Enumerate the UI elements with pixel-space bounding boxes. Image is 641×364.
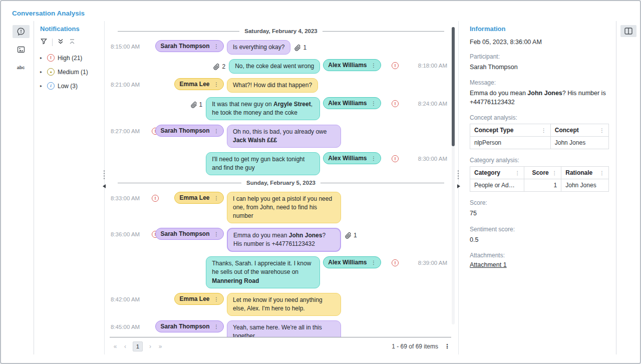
message-bubble[interactable]: Thanks, Sarah. I appreciate it. I know h… xyxy=(206,256,320,288)
filter-icon[interactable] xyxy=(40,38,48,47)
attachment-count: 2 xyxy=(222,63,225,70)
participant-pill[interactable]: Sarah Thompson ⋮ xyxy=(155,125,224,137)
expander-icon[interactable]: ▸ xyxy=(40,70,44,74)
overflow-menu-icon[interactable]: ⋮ xyxy=(214,81,219,87)
collapse-left-icon[interactable] xyxy=(103,184,106,188)
attachment-indicator[interactable]: 2 xyxy=(213,63,225,70)
notification-group-high[interactable]: ▸!High (21) xyxy=(40,54,99,62)
message-bubble[interactable]: It was that new guy on Argyle Street, he… xyxy=(206,97,320,120)
overflow-menu-icon[interactable]: ⋮ xyxy=(214,296,219,302)
column-menu-icon[interactable]: ⋮ xyxy=(599,170,605,176)
attachment-indicator[interactable]: 1 xyxy=(345,232,357,239)
overflow-menu-icon[interactable]: ⋮ xyxy=(371,155,377,161)
participant-pill[interactable]: Alex Williams ⋮ xyxy=(323,97,381,109)
attachment-indicator[interactable]: 1 xyxy=(191,101,203,108)
current-page-button[interactable]: 1 xyxy=(133,341,143,351)
first-page-button[interactable]: « xyxy=(113,343,118,350)
participant-name: Emma Lee xyxy=(179,295,209,302)
column-header-label: Rationale xyxy=(565,169,592,176)
text-tool-button[interactable]: abc xyxy=(13,61,30,74)
previous-page-button[interactable]: ‹ xyxy=(123,343,128,350)
overflow-menu-icon[interactable]: ⋮ xyxy=(214,128,219,134)
column-menu-icon[interactable]: ⋮ xyxy=(515,170,520,176)
collapse-all-icon[interactable] xyxy=(57,38,64,47)
message-timestamp: 8:39:00 AM xyxy=(409,260,448,266)
overflow-menu-icon[interactable]: ⋮ xyxy=(214,323,219,329)
expander-icon[interactable]: ▸ xyxy=(40,56,44,60)
participant-pill[interactable]: Sarah Thompson ⋮ xyxy=(155,40,224,52)
column-header[interactable]: Concept Type⋮ xyxy=(470,124,551,137)
expand-all-icon[interactable] xyxy=(69,38,76,47)
message-bubble[interactable]: No, the coke deal went wrong xyxy=(229,59,320,74)
alert-slot: ! xyxy=(148,195,163,202)
column-header[interactable]: Category⋮ xyxy=(470,167,524,179)
notifications-toolbar xyxy=(40,38,99,47)
category-analysis-label: Category analysis: xyxy=(470,157,609,164)
message-bubble[interactable]: What?! How did that happen? xyxy=(227,78,318,93)
message-timestamp: 8:18:00 AM xyxy=(409,63,448,69)
notification-group-label: Low (3) xyxy=(58,83,78,90)
notifications-tool-button[interactable] xyxy=(13,25,30,38)
attachment-indicator[interactable]: 1 xyxy=(294,44,306,51)
participant-pill[interactable]: Alex Williams ⋮ xyxy=(323,59,381,71)
high-priority-icon: ! xyxy=(392,155,399,162)
message-label: Message: xyxy=(470,79,609,86)
column-header[interactable]: Score⋮ xyxy=(524,167,561,179)
message-timestamp: 8:30:00 AM xyxy=(409,156,448,162)
information-panel-toggle-button[interactable] xyxy=(620,25,636,37)
message-bubble[interactable]: I'll need to get my gun back tonight and… xyxy=(206,152,320,175)
collapse-right-icon[interactable] xyxy=(457,184,460,188)
expander-icon[interactable]: ▸ xyxy=(40,84,44,88)
left-splitter[interactable] xyxy=(102,21,107,354)
overflow-menu-icon[interactable]: ⋮ xyxy=(214,43,219,49)
last-page-button[interactable]: » xyxy=(158,343,163,350)
table-row[interactable]: People or Ad…1John Jones xyxy=(470,179,609,192)
message-bubble[interactable]: Oh no, this is bad, you already owe Jack… xyxy=(227,125,341,148)
participant-name: Sarah Thompson xyxy=(160,230,209,237)
message-bubble[interactable]: Let me know if you need anything else, A… xyxy=(227,293,341,316)
splitter-grip-icon[interactable] xyxy=(104,170,105,179)
media-tool-button[interactable] xyxy=(13,43,30,56)
message-timestamp: 8:27:00 AM xyxy=(111,128,148,134)
overflow-menu-icon[interactable]: ⋮ xyxy=(371,100,377,106)
overflow-menu-icon[interactable]: ⋮ xyxy=(214,195,219,201)
overflow-menu-icon[interactable]: ⋮ xyxy=(371,62,377,68)
information-panel: Information Feb 05, 2023, 8:36:00 AM Par… xyxy=(461,21,616,354)
scrollbar-thumb[interactable] xyxy=(452,27,455,146)
pagination-menu-icon[interactable]: ⋮ xyxy=(444,343,450,350)
splitter-grip-icon[interactable] xyxy=(458,170,459,179)
vertical-scrollbar[interactable] xyxy=(452,27,455,324)
participant-pill[interactable]: Emma Lee ⋮ xyxy=(174,293,224,305)
overflow-menu-icon[interactable]: ⋮ xyxy=(214,231,219,237)
column-menu-icon[interactable]: ⋮ xyxy=(552,170,557,176)
participant-pill[interactable]: Emma Lee ⋮ xyxy=(174,78,224,90)
participant-pill[interactable]: Alex Williams ⋮ xyxy=(323,256,381,268)
table-row[interactable]: nlpPersonJohn Jones xyxy=(470,137,609,149)
alert-slot: ! xyxy=(381,100,409,107)
column-menu-icon[interactable]: ⋮ xyxy=(599,127,605,133)
notification-group-low[interactable]: ▸iLow (3) xyxy=(40,82,99,90)
participant-pill[interactable]: Sarah Thompson ⋮ xyxy=(155,320,224,332)
notification-group-medium[interactable]: ▸●Medium (1) xyxy=(40,68,99,76)
participant-pill[interactable]: Emma Lee ⋮ xyxy=(174,192,224,204)
overflow-menu-icon[interactable]: ⋮ xyxy=(371,259,377,265)
message-bubble[interactable]: Emma do you mean John Jones? His number … xyxy=(227,228,341,252)
column-header[interactable]: Rationale⋮ xyxy=(561,167,609,179)
attachment-link[interactable]: Attachment 1 xyxy=(470,261,609,268)
table-cell: John Jones xyxy=(561,179,609,192)
alert-slot: ! xyxy=(148,81,163,88)
column-menu-icon[interactable]: ⋮ xyxy=(541,127,546,133)
message-bubble[interactable]: I can help you get a pistol if you need … xyxy=(227,192,341,223)
participant-name: Alex Williams xyxy=(328,259,367,266)
participant-pill[interactable]: Alex Williams ⋮ xyxy=(323,152,381,164)
score-value: 75 xyxy=(470,209,609,218)
next-page-button[interactable]: › xyxy=(148,343,153,350)
column-header[interactable]: Concept⋮ xyxy=(550,124,608,137)
high-priority-icon: ! xyxy=(152,195,159,202)
divider-line xyxy=(323,31,444,32)
right-splitter[interactable] xyxy=(456,21,461,354)
message-bubble[interactable]: Yeah, same here. We're all in this toget… xyxy=(227,320,341,337)
participant-pill[interactable]: Sarah Thompson ⋮ xyxy=(155,228,224,240)
severity-high-icon: ! xyxy=(47,54,55,62)
message-bubble[interactable]: Is everything okay? xyxy=(227,40,290,55)
